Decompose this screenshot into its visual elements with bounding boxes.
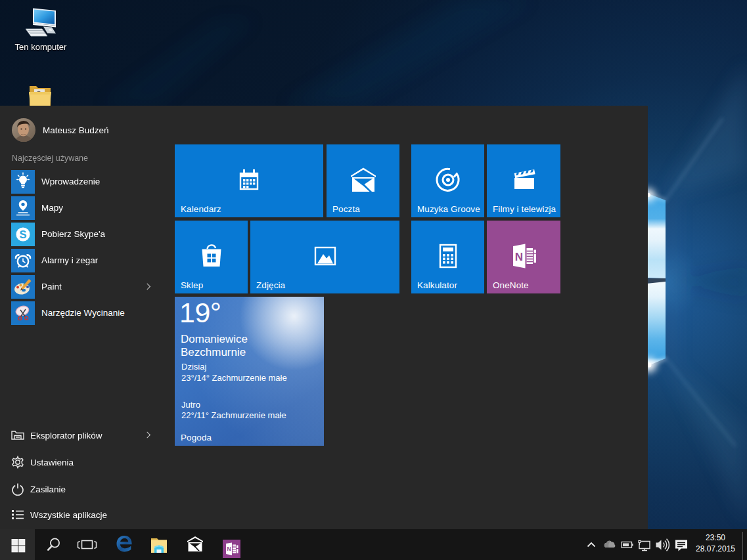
svg-text:N: N bbox=[515, 251, 523, 263]
svg-text:N: N bbox=[227, 546, 231, 552]
svg-text:S: S bbox=[19, 228, 26, 240]
